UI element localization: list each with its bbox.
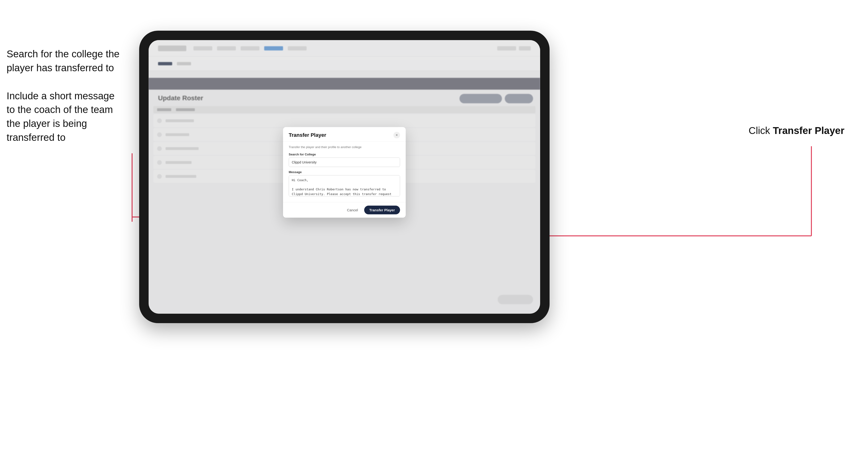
modal-title: Transfer Player xyxy=(289,132,326,138)
modal-description: Transfer the player and their profile to… xyxy=(289,145,400,149)
modal-close-button[interactable]: × xyxy=(394,132,400,138)
search-college-input[interactable] xyxy=(289,158,400,167)
search-college-label: Search for College xyxy=(289,153,400,156)
modal-header: Transfer Player × xyxy=(283,127,406,142)
modal-footer: Cancel Transfer Player xyxy=(283,202,406,218)
transfer-player-modal: Transfer Player × Transfer the player an… xyxy=(283,127,406,218)
annotation-bold: Transfer Player xyxy=(773,125,844,136)
tablet-frame: Update Roster xyxy=(139,31,550,323)
modal-body: Transfer the player and their profile to… xyxy=(283,142,406,202)
right-annotation: Click Transfer Player xyxy=(749,125,844,136)
annotation-text-2: Include a short message to the coach of … xyxy=(7,89,120,145)
annotation-text-1: Search for the college the player has tr… xyxy=(7,47,120,75)
left-annotation: Search for the college the player has tr… xyxy=(7,47,120,159)
transfer-player-button[interactable]: Transfer Player xyxy=(364,206,400,214)
modal-overlay: Transfer Player × Transfer the player an… xyxy=(149,40,540,314)
message-label: Message xyxy=(289,170,400,174)
message-textarea[interactable]: Hi Coach, I understand Chris Robertson h… xyxy=(289,175,400,196)
tablet-screen: Update Roster xyxy=(149,40,540,314)
cancel-button[interactable]: Cancel xyxy=(344,206,361,214)
annotation-prefix: Click xyxy=(749,125,773,136)
